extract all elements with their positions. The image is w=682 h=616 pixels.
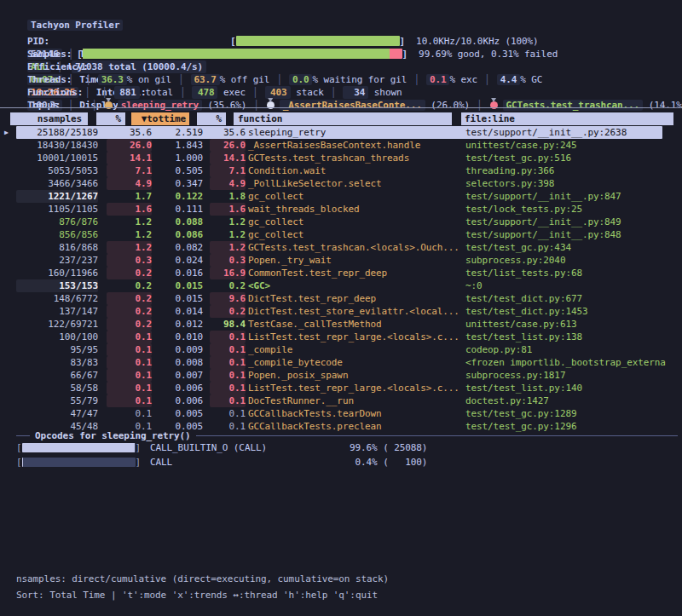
tottime-cell: 0.347 (157, 177, 203, 190)
direct-pct-cell: 0.1 (107, 407, 152, 420)
cumulative-pct-cell: 0.2 (210, 279, 246, 292)
top3-list: sleeping_retry (35.6%)_AssertRaisesBaseC… (84, 100, 682, 111)
cumulative-pct-cell: 0.2 (210, 305, 246, 318)
cumulative-pct-cell: 1.8 (210, 190, 246, 203)
function-cell: _PollLikeSelector.select (248, 177, 463, 190)
column-header-direct-pct[interactable]: % (96, 112, 125, 125)
table-row[interactable]: 3466/3466 4.9 0.347 4.9 _PollLikeSelecto… (0, 177, 682, 190)
table-row[interactable]: 137/147 0.2 0.014 0.2 DictTest.test_stor… (0, 305, 682, 318)
table-row[interactable]: ▶ 25188/25189 35.6 2.519 35.6 sleeping_r… (0, 126, 682, 139)
top3-item[interactable]: sleeping_retry (35.6%) (84, 100, 246, 111)
function-cell: _compile (248, 343, 463, 356)
cumulative-pct-cell: 0.1 (210, 407, 246, 420)
tottime-cell: 0.016 (157, 267, 203, 279)
table-row[interactable]: 100/100 0.1 0.010 0.1 ListTest.test_repr… (0, 331, 682, 343)
table-row[interactable]: 856/856 1.2 0.086 1.2 gc_collect test/su… (0, 228, 682, 241)
tottime-cell: 0.082 (157, 241, 203, 254)
function-cell: _compile_bytecode (248, 356, 463, 369)
direct-pct-cell: 0.1 (107, 382, 152, 394)
function-cell: gc_collect (248, 228, 463, 241)
direct-pct-cell: 1.7 (107, 190, 152, 203)
top3-item[interactable]: _AssertRaisesBaseConte... (26.0%) (246, 100, 470, 111)
top3-percent: (26.0%) (425, 100, 470, 111)
nsamples-cell: 55/79 (16, 394, 98, 407)
direct-pct-cell: 26.0 (107, 139, 152, 152)
direct-pct-cell: 0.1 (107, 356, 152, 369)
file-line-cell: selectors.py:398 (465, 177, 680, 190)
table-row[interactable]: 160/11966 0.2 0.016 16.9 CommonTest.test… (0, 267, 682, 279)
column-header-tottime-sorted[interactable]: ▼tottime (131, 112, 189, 125)
direct-pct-cell: 0.2 (107, 305, 152, 318)
cumulative-pct-cell: 0.1 (210, 343, 246, 356)
thread-stat: 4.4% GC (477, 74, 542, 85)
tottime-cell: 0.015 (157, 292, 203, 305)
table-row[interactable]: 83/83 0.1 0.008 0.1 _compile_bytecode <f… (0, 356, 682, 369)
table-row[interactable]: 58/58 0.1 0.006 0.1 ListTest.test_repr_l… (0, 382, 682, 394)
file-line-cell: codeop.py:81 (465, 343, 680, 356)
thread-stat: 0.1% exc (407, 74, 477, 85)
table-row[interactable]: 816/868 1.2 0.082 1.2 GCTests.test_trash… (0, 241, 682, 254)
table-row[interactable]: 66/67 0.1 0.007 0.1 Popen._posix_spawn s… (0, 369, 682, 382)
cumulative-pct-cell: 0.1 (210, 356, 246, 369)
tottime-cell: 0.009 (157, 343, 203, 356)
nsamples-cell: 237/237 (16, 254, 98, 267)
column-header-function[interactable]: function (234, 112, 452, 125)
cumulative-pct-cell: 98.4 (210, 318, 246, 331)
file-line-cell: test/test_dict.py:677 (465, 292, 680, 305)
stat-suffix: % exc (449, 74, 477, 85)
tottime-cell: 2.519 (157, 126, 203, 139)
direct-pct-cell: 0.2 (107, 318, 152, 331)
function-cell: Popen._posix_spawn (248, 369, 463, 382)
table-row[interactable]: 237/237 0.3 0.024 0.3 Popen._try_wait su… (0, 254, 682, 267)
column-header-cumulative-pct[interactable]: % (197, 112, 226, 125)
nsamples-cell: 95/95 (16, 343, 98, 356)
table-row[interactable]: 47/47 0.1 0.005 0.1 GCCallbackTests.tear… (0, 407, 682, 420)
direct-pct-cell: 0.2 (107, 267, 152, 279)
nsamples-cell: 25188/25189 (16, 126, 98, 139)
bar-bracket: ] (136, 457, 142, 468)
column-header-nsamples[interactable]: nsamples (10, 112, 88, 125)
nsamples-cell: 856/856 (16, 228, 98, 241)
table-row[interactable]: 876/876 1.2 0.088 1.2 gc_collect test/su… (0, 216, 682, 228)
table-row[interactable]: 5053/5053 7.1 0.505 7.1 Condition.wait t… (0, 164, 682, 177)
direct-pct-cell: 0.1 (107, 331, 152, 343)
bar-bracket: ] (402, 49, 408, 60)
opcodes-title: Opcodes for sleeping_retry() (35, 429, 191, 442)
function-cell: ListTest.test_repr_large.<locals>.c... (248, 382, 463, 394)
tottime-cell: 0.505 (157, 164, 203, 177)
table-row[interactable]: 153/153 0.2 0.015 0.2 <GC> ~:0 (0, 279, 682, 292)
table-row[interactable]: 55/79 0.1 0.006 0.1 DocTestRunner.__run … (0, 394, 682, 407)
column-header-file-line[interactable]: file:line (461, 112, 673, 125)
opcodes-section-header: Opcodes for sleeping_retry() (16, 429, 678, 442)
tottime-cell: 0.006 (157, 394, 203, 407)
table-row[interactable]: 10001/10015 14.1 1.000 14.1 GCTests.test… (0, 152, 682, 164)
table-row[interactable]: 1221/1267 1.7 0.122 1.8 gc_collect test/… (0, 190, 682, 203)
opcode-bar-fill (22, 443, 135, 452)
table-row[interactable]: 1105/1105 1.6 0.111 1.6 wait_threads_blo… (0, 203, 682, 216)
nsamples-cell: 1105/1105 (16, 203, 98, 216)
tottime-cell: 1.000 (157, 152, 203, 164)
top3-function-name: GCTests.test_trashcan... (503, 100, 644, 111)
table-row[interactable]: 95/95 0.1 0.009 0.1 _compile codeop.py:8… (0, 343, 682, 356)
nsamples-cell: 66/67 (16, 369, 98, 382)
efficiency-text: 99.69% good, 0.31% failed (419, 49, 558, 60)
stat-suffix: % GC (520, 74, 542, 85)
cumulative-pct-cell: 0.1 (210, 331, 246, 343)
cumulative-pct-cell: 1.2 (210, 228, 246, 241)
table-row[interactable]: 18430/18430 26.0 1.843 26.0 _AssertRaise… (0, 139, 682, 152)
table-row[interactable]: 148/6772 0.2 0.015 9.6 DictTest.test_rep… (0, 292, 682, 305)
bar-bracket: [ (230, 36, 236, 47)
nsamples-cell: 3466/3466 (16, 177, 98, 190)
file-line-cell: test/test_list.py:138 (465, 331, 680, 343)
cumulative-pct-cell: 9.6 (210, 292, 246, 305)
file-line-cell: subprocess.py:2040 (465, 254, 680, 267)
top3-item[interactable]: GCTests.test_trashcan... (14.1%) (470, 100, 682, 111)
nsamples-cell: 1221/1267 (16, 190, 98, 203)
nsamples-cell: 47/47 (16, 407, 98, 420)
cumulative-pct-cell: 16.9 (210, 267, 246, 279)
opcode-bar-track (22, 458, 136, 467)
table-row[interactable]: 122/69721 0.2 0.012 98.4 TestCase._callT… (0, 318, 682, 331)
file-line-cell: unittest/case.py:245 (465, 139, 680, 152)
file-line-cell: subprocess.py:1817 (465, 369, 680, 382)
opcode-row: [] CALL_BUILTIN_O (CALL) 99.6% ( 25088) (16, 441, 664, 456)
